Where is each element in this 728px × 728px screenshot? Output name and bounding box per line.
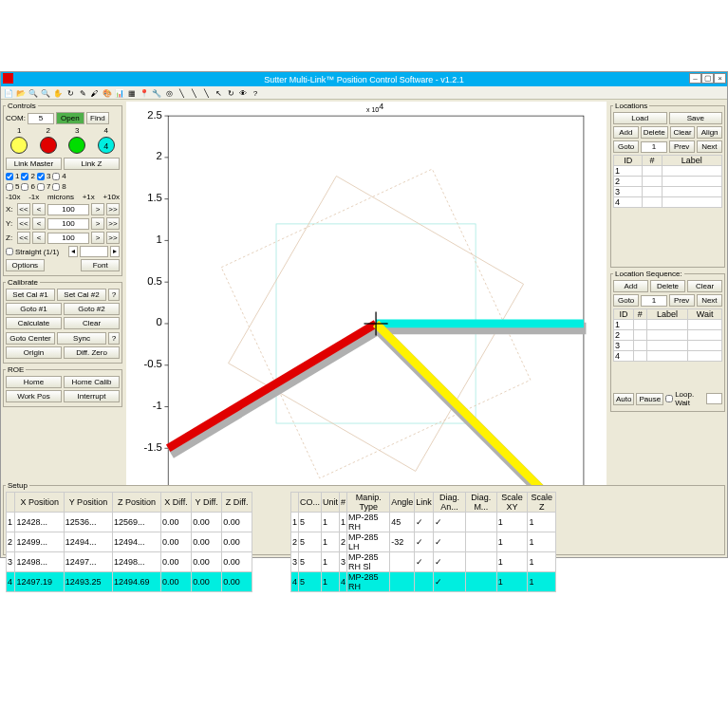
prev-seq-button[interactable]: Prev (669, 294, 695, 307)
font-button[interactable]: Font (81, 259, 120, 271)
home-button[interactable]: Home (6, 376, 62, 388)
load-button[interactable]: Load (613, 112, 667, 124)
device-circle-1[interactable] (10, 137, 28, 154)
svg-text:2: 2 (157, 150, 162, 161)
refresh-icon[interactable]: ↻ (225, 87, 236, 98)
chk-5[interactable] (6, 183, 13, 191)
grid-icon[interactable]: ▦ (126, 87, 138, 98)
link-master-button[interactable]: Link Master (6, 158, 62, 170)
options-button[interactable]: Options (6, 259, 45, 271)
goto1-button[interactable]: Goto #1 (6, 303, 62, 315)
locseq-table[interactable]: ID#LabelWait1234 (613, 308, 722, 362)
svg-text:-0.5: -0.5 (143, 358, 162, 369)
device-circle-4[interactable]: 4 (98, 137, 115, 154)
device-circle-3[interactable] (68, 137, 85, 154)
clear-seq-button[interactable]: Clear (687, 280, 722, 292)
roe-panel: ROE HomeHome Calib Work PosInterrupt (3, 365, 122, 407)
chk-2[interactable] (21, 173, 28, 180)
device-num-1: 1 (17, 126, 21, 135)
app-icon (3, 73, 13, 84)
toolbar: 📄 📂 🔍 🔍 ✋ ↻ ✎ 🖌 🎨 📊 ▦ 📍 🔧 ◎ ╲ ╲ ╲ ↖ ↻ 👁 … (1, 86, 727, 100)
align-button[interactable]: Align (697, 126, 722, 139)
goto-seq-input[interactable]: 1 (641, 295, 666, 307)
zoom-out-icon[interactable]: 🔍 (40, 87, 51, 98)
chk-1[interactable] (6, 173, 13, 180)
diag3-icon[interactable]: ╲ (200, 87, 212, 98)
close-button[interactable]: × (714, 73, 726, 84)
diffzero-button[interactable]: Diff. Zero (64, 346, 120, 359)
setcal1-button[interactable]: Set Cal #1 (6, 289, 55, 301)
goto-loc-input[interactable]: 1 (641, 141, 666, 153)
next-loc-button[interactable]: Next (697, 140, 722, 153)
loopwait-input[interactable] (706, 393, 722, 404)
wrench-icon[interactable]: 🔧 (151, 87, 162, 98)
auto-button[interactable]: Auto (613, 393, 634, 405)
chk-4[interactable] (52, 173, 60, 180)
goto-seq-button[interactable]: Goto (613, 294, 639, 307)
goto2-button[interactable]: Goto #2 (64, 303, 120, 315)
open-button[interactable]: Open (56, 112, 84, 124)
manip-table[interactable]: CO...Unit#Manip. TypeAngleLinkDiag. An..… (290, 492, 556, 592)
eye-icon[interactable]: 👁 (237, 87, 249, 98)
locations-table[interactable]: ID#Label1234 (613, 155, 722, 208)
add-loc-button[interactable]: Add (613, 126, 639, 139)
loopwait-checkbox[interactable] (665, 395, 673, 402)
help-icon[interactable]: ? (250, 87, 261, 98)
pin-icon[interactable]: 📍 (139, 87, 150, 98)
diag2-icon[interactable]: ╲ (188, 87, 199, 98)
cal-help-button[interactable]: ? (108, 289, 120, 301)
origin-button[interactable]: Origin (6, 346, 62, 359)
calculate-button[interactable]: Calculate (6, 317, 62, 329)
svg-text:0: 0 (157, 316, 162, 327)
pause-button[interactable]: Pause (636, 393, 663, 405)
pencil-icon[interactable]: ✎ (77, 87, 88, 98)
pan-icon[interactable]: ✋ (52, 87, 64, 98)
svg-text:-1: -1 (153, 400, 162, 411)
straight-checkbox[interactable] (6, 248, 13, 255)
maximize-button[interactable]: ▢ (701, 73, 714, 84)
target-icon[interactable]: ◎ (163, 87, 175, 98)
cursor-icon[interactable]: ↖ (213, 87, 224, 98)
prev-loc-button[interactable]: Prev (669, 140, 695, 153)
device-circle-2[interactable] (40, 137, 57, 154)
title-text: Sutter Multi-Link™ Position Control Soft… (264, 75, 464, 84)
open-file-icon[interactable]: 📂 (15, 87, 27, 98)
app-window: Sutter Multi-Link™ Position Control Soft… (0, 71, 728, 558)
clear-cal-button[interactable]: Clear (64, 317, 120, 329)
brush-icon[interactable]: 🖌 (89, 87, 101, 98)
find-button[interactable]: Find (86, 112, 109, 124)
chk-6[interactable] (21, 183, 28, 191)
rotate-icon[interactable]: ↻ (65, 87, 76, 98)
gotocenter-button[interactable]: Goto Center (6, 332, 55, 345)
workpos-button[interactable]: Work Pos (6, 390, 62, 402)
com-input[interactable]: 5 (28, 113, 54, 124)
interrupt-button[interactable]: Interrupt (64, 390, 120, 402)
device-num-2: 2 (47, 126, 50, 135)
chk-3[interactable] (37, 173, 45, 180)
chk-7[interactable] (37, 183, 45, 191)
device-num-3: 3 (75, 126, 79, 135)
straight-scroll[interactable]: ◂ (68, 246, 78, 257)
sync-button[interactable]: Sync (57, 332, 106, 345)
color-icon[interactable]: 🎨 (102, 87, 113, 98)
setcal2-button[interactable]: Set Cal #2 (57, 289, 106, 301)
zoom-in-icon[interactable]: 🔍 (28, 87, 39, 98)
position-table[interactable]: X PositionY PositionZ PositionX Diff.Y D… (6, 492, 252, 592)
data-icon[interactable]: 📊 (114, 87, 125, 98)
clear-loc-button[interactable]: Clear (670, 126, 696, 139)
sync-help-button[interactable]: ? (108, 332, 120, 345)
minimize-button[interactable]: – (689, 73, 701, 84)
locations-panel: Locations LoadSave AddDeleteClearAlign G… (610, 102, 725, 268)
link-z-button[interactable]: Link Z (64, 158, 120, 170)
chk-8[interactable] (52, 183, 60, 191)
delete-loc-button[interactable]: Delete (641, 126, 668, 139)
delete-seq-button[interactable]: Delete (650, 280, 685, 292)
diag1-icon[interactable]: ╲ (176, 87, 187, 98)
next-seq-button[interactable]: Next (697, 294, 722, 307)
goto-loc-button[interactable]: Goto (613, 140, 639, 153)
homecalib-button[interactable]: Home Calib (64, 376, 120, 388)
add-seq-button[interactable]: Add (613, 280, 648, 292)
locseq-panel: Location Sequence: AddDeleteClear Goto1P… (610, 270, 725, 412)
save-button[interactable]: Save (669, 112, 723, 124)
new-file-icon[interactable]: 📄 (3, 87, 14, 98)
